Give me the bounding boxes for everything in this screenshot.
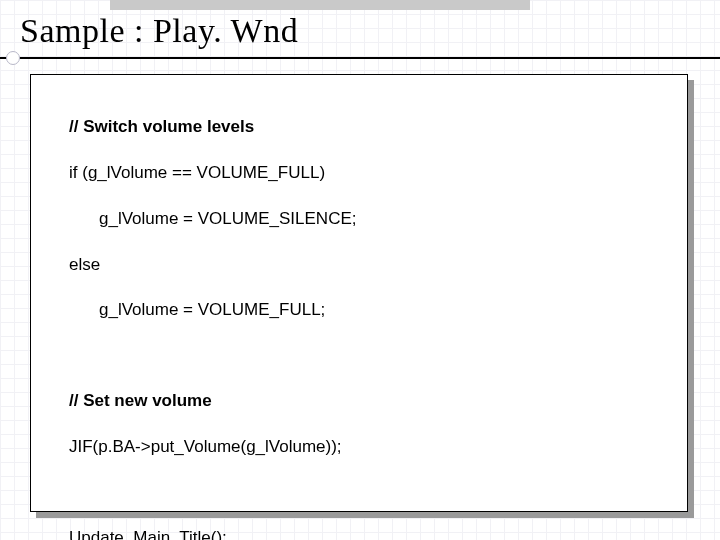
code-panel: // Switch volume levels if (g_lVolume ==… [30,74,688,512]
blank-line [47,482,671,504]
slide-title: Sample : Play. Wnd [20,12,298,50]
code-line: // Set new volume [47,390,671,413]
code-line: else [47,254,671,277]
title-underline [0,57,720,59]
code-line: JIF(p.BA->put_Volume(g_lVolume)); [47,436,671,459]
blank-line [47,345,671,367]
code-line: g_lVolume = VOLUME_FULL; [47,299,671,322]
code-line: Update. Main. Title(); [47,527,671,540]
code-line: // Switch volume levels [47,116,671,139]
ring-decoration-icon [6,51,20,65]
code-block: // Switch volume levels if (g_lVolume ==… [47,93,671,540]
code-line: g_lVolume = VOLUME_SILENCE; [47,208,671,231]
top-grey-strip [110,0,530,10]
code-line: if (g_lVolume == VOLUME_FULL) [47,162,671,185]
